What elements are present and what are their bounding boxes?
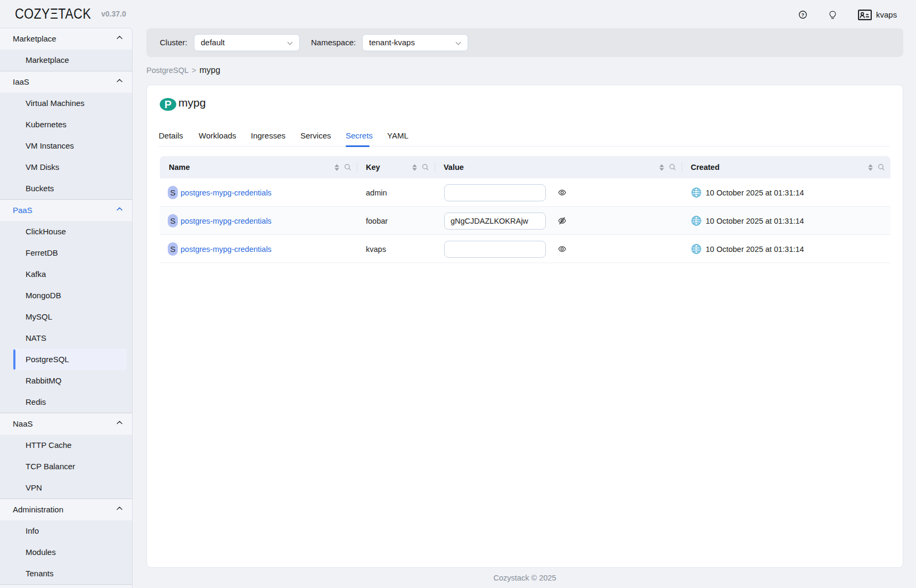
svg-text:?: ? — [802, 12, 805, 18]
